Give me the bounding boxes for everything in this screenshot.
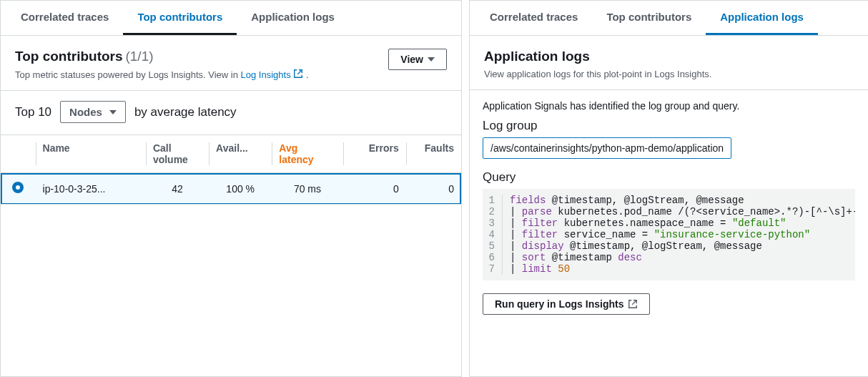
col-faults[interactable]: Faults bbox=[406, 135, 461, 173]
col-select bbox=[1, 135, 36, 173]
cell-call-volume: 42 bbox=[146, 173, 209, 205]
section-subtitle: View application logs for this plot-poin… bbox=[484, 69, 854, 79]
table-row[interactable]: ip-10-0-3-25... 42 100 % 70 ms 0 0 bbox=[1, 173, 461, 205]
col-errors[interactable]: Errors bbox=[343, 135, 406, 173]
log-group-label: Log group bbox=[483, 119, 855, 133]
application-logs-panel: Correlated traces Top contributors Appli… bbox=[469, 0, 868, 377]
node-type-selector[interactable]: Nodes bbox=[60, 101, 126, 123]
tab-correlated-traces[interactable]: Correlated traces bbox=[6, 1, 123, 35]
app-logs-header: Application logs View application logs f… bbox=[470, 36, 868, 90]
info-text: Application Signals has identified the l… bbox=[483, 100, 855, 112]
tab-top-contributors[interactable]: Top contributors bbox=[123, 1, 237, 35]
controls-prefix: Top 10 bbox=[15, 105, 51, 119]
tab-top-contributors[interactable]: Top contributors bbox=[592, 1, 706, 35]
top-contributors-header: Top contributors (1/1) Top metric status… bbox=[1, 36, 461, 91]
section-title: Top contributors bbox=[15, 49, 123, 64]
section-count: (1/1) bbox=[125, 49, 153, 64]
controls-suffix: by average latency bbox=[134, 105, 237, 119]
controls-row: Top 10 Nodes by average latency bbox=[1, 91, 461, 134]
external-link-icon bbox=[628, 299, 638, 309]
external-link-icon bbox=[293, 69, 303, 79]
run-query-button[interactable]: Run query in Logs Insights bbox=[483, 293, 650, 315]
left-tabs: Correlated traces Top contributors Appli… bbox=[1, 1, 461, 36]
right-tabs: Correlated traces Top contributors Appli… bbox=[470, 1, 868, 36]
col-name[interactable]: Name bbox=[36, 135, 146, 173]
log-insights-link[interactable]: Log Insights bbox=[241, 69, 306, 80]
col-avg-latency[interactable]: Avglatency bbox=[272, 135, 342, 173]
cell-avg-latency: 70 ms bbox=[272, 173, 342, 205]
section-subtitle-text: Top metric statuses powered by Logs Insi… bbox=[15, 69, 241, 80]
cell-faults: 0 bbox=[406, 173, 461, 205]
section-subtitle-suffix: . bbox=[306, 69, 309, 80]
query-code: 1fields @timestamp, @logStream, @message… bbox=[483, 189, 855, 280]
chevron-down-icon bbox=[428, 57, 435, 62]
top-contributors-panel: Correlated traces Top contributors Appli… bbox=[0, 0, 462, 377]
query-label: Query bbox=[483, 170, 855, 185]
tab-application-logs[interactable]: Application logs bbox=[706, 1, 818, 35]
tab-correlated-traces[interactable]: Correlated traces bbox=[475, 1, 592, 35]
cell-errors: 0 bbox=[343, 173, 406, 205]
col-call-volume[interactable]: Callvolume bbox=[146, 135, 209, 173]
log-group-value[interactable]: /aws/containerinsights/python-apm-demo/a… bbox=[483, 137, 731, 159]
view-button[interactable]: View bbox=[388, 49, 447, 70]
section-title: Application logs bbox=[484, 49, 590, 64]
tab-application-logs[interactable]: Application logs bbox=[237, 1, 349, 35]
row-radio-selected[interactable] bbox=[12, 182, 24, 193]
section-subtitle: Top metric statuses powered by Logs Insi… bbox=[15, 69, 309, 80]
cell-name: ip-10-0-3-25... bbox=[36, 173, 146, 205]
chevron-down-icon bbox=[109, 110, 117, 114]
col-availability[interactable]: Avail... bbox=[209, 135, 272, 173]
cell-availability: 100 % bbox=[209, 173, 272, 205]
contributors-table: Name Callvolume Avail... Avglatency Erro… bbox=[1, 134, 461, 205]
